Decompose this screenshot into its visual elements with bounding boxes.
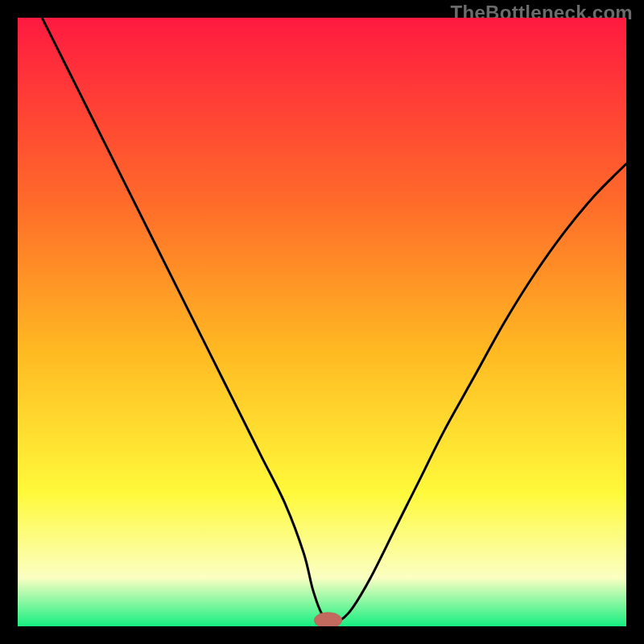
bottleneck-chart (18, 18, 626, 626)
chart-stage: TheBottleneck.com (0, 0, 644, 644)
gradient-background (18, 18, 626, 626)
